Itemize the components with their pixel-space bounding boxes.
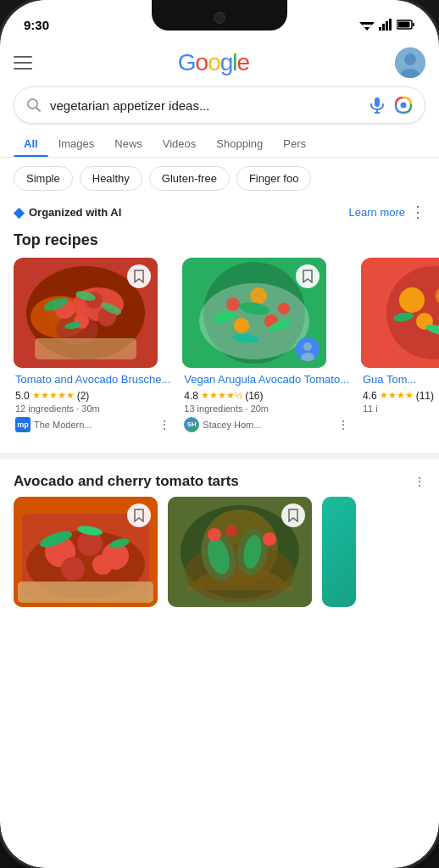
recipe-title-1: Tomato and Avocado Brusche... [15, 373, 170, 387]
phone-frame: 9:30 [0, 0, 439, 868]
tab-images[interactable]: Images [48, 131, 105, 157]
battery-icon [397, 19, 415, 30]
recipe-rating-2: 4.8 ★★★★½ (16) [184, 390, 349, 402]
svg-rect-15 [375, 97, 380, 107]
recipe-card-1[interactable]: Tomato and Avocado Brusche... 5.0 ★★★★★ … [14, 258, 172, 436]
source-name-1: The Modern... [34, 420, 92, 430]
svg-rect-4 [382, 24, 385, 31]
svg-point-40 [234, 318, 249, 333]
google-header: Google [0, 41, 439, 83]
bottom-card-3[interactable] [322, 497, 356, 607]
search-icon [26, 97, 42, 113]
bottom-image-3 [322, 497, 356, 607]
recipe-meta-1: 12 ingredients · 30m [15, 403, 170, 414]
section-divider [0, 453, 439, 459]
recipe-source-2: SH Stacey Hom... ⋮ [184, 417, 349, 432]
hamburger-menu[interactable] [14, 56, 32, 70]
tab-bar: All Images News Videos Shopping Pers [0, 131, 439, 158]
card-more-2[interactable]: ⋮ [337, 418, 349, 431]
tab-videos[interactable]: Videos [153, 131, 207, 157]
mic-button[interactable] [369, 97, 386, 114]
chip-gluten-free[interactable]: Gluten-free [149, 166, 230, 191]
recipe-title-3: Gua Tom... [363, 373, 439, 387]
recipe-meta-3: 11 i [363, 403, 439, 414]
svg-point-39 [278, 303, 290, 314]
google-logo: Google [178, 49, 249, 76]
signal-icon [379, 19, 392, 31]
bottom-section-header: Avocado and cherry tomato tarts ⋮ [0, 466, 439, 497]
recipe-image-2 [182, 258, 326, 368]
svg-rect-8 [413, 23, 414, 26]
svg-point-19 [401, 103, 407, 108]
ai-organized-banner: ◆ Organized with AI Learn more ⋮ [0, 199, 439, 228]
svg-rect-6 [389, 19, 392, 31]
recipe-info-1: Tomato and Avocado Brusche... 5.0 ★★★★★ … [14, 368, 172, 436]
search-query: vegetarian appetizer ideas... [50, 98, 360, 113]
bottom-card-1[interactable] [14, 497, 158, 607]
recipe-card-3[interactable]: Gua Tom... 4.6 ★★★★ (11) 11 i [361, 258, 439, 436]
source-icon-2: SH [184, 417, 199, 432]
ai-diamond-icon: ◆ [14, 204, 24, 220]
bottom-image-1 [14, 497, 158, 607]
svg-rect-67 [18, 581, 153, 603]
recipe-image-3 [361, 258, 439, 368]
bookmark-btn-bottom-2[interactable] [281, 504, 305, 527]
filter-chips: Simple Healthy Gluten-free Finger foo [0, 158, 439, 199]
bottom-image-2 [168, 497, 312, 607]
chip-healthy[interactable]: Healthy [80, 166, 142, 191]
recipes-scroll[interactable]: Tomato and Avocado Brusche... 5.0 ★★★★★ … [0, 258, 439, 446]
recipe-source-1: mp The Modern... ⋮ [15, 417, 170, 432]
svg-line-14 [36, 108, 41, 112]
svg-point-76 [208, 528, 221, 542]
recipe-rating-1: 5.0 ★★★★★ (2) [15, 390, 170, 402]
ai-label: ◆ Organized with AI [14, 204, 121, 220]
svg-rect-9 [398, 22, 410, 28]
more-options-icon[interactable]: ⋮ [410, 203, 425, 221]
svg-rect-33 [35, 338, 136, 359]
chip-simple[interactable]: Simple [14, 166, 73, 191]
wifi-icon [359, 19, 375, 31]
status-icons [359, 19, 415, 31]
tab-pers[interactable]: Pers [273, 131, 316, 157]
svg-point-51 [399, 287, 425, 313]
card-more-1[interactable]: ⋮ [158, 418, 170, 431]
svg-marker-2 [364, 27, 370, 31]
recipe-info-3: Gua Tom... 4.6 ★★★★ (11) 11 i [361, 368, 439, 420]
stars-1: ★★★★★ [32, 390, 75, 401]
svg-point-62 [61, 557, 85, 581]
bottom-section-title: Avocado and cherry tomato tarts [14, 473, 239, 490]
tab-shopping[interactable]: Shopping [206, 131, 273, 157]
source-icon-1: mp [15, 417, 31, 432]
recipe-rating-3: 4.6 ★★★★ (11) [363, 390, 439, 402]
svg-point-78 [263, 532, 276, 546]
main-scroll[interactable]: Simple Healthy Gluten-free Finger foo ◆ … [0, 158, 439, 856]
bookmark-btn-bottom-1[interactable] [127, 504, 151, 527]
svg-rect-3 [379, 27, 381, 31]
tab-all[interactable]: All [14, 131, 48, 157]
svg-point-77 [225, 525, 237, 537]
user-avatar[interactable] [395, 47, 425, 78]
section-more-options[interactable]: ⋮ [414, 475, 425, 488]
recipe-card-2[interactable]: Vegan Arugula Avocado Tomato... 4.8 ★★★★… [182, 258, 351, 436]
bottom-recipes-scroll[interactable] [0, 497, 439, 620]
tab-news[interactable]: News [104, 131, 153, 157]
google-g: G [178, 49, 196, 75]
svg-point-11 [404, 53, 416, 65]
svg-point-38 [250, 287, 267, 304]
ai-right: Learn more ⋮ [349, 203, 425, 221]
phone-screen: 9:30 [0, 0, 439, 868]
svg-rect-5 [386, 21, 388, 31]
google-e: e [237, 49, 250, 75]
bottom-card-2[interactable] [168, 497, 312, 607]
stars-3: ★★★★ [380, 390, 414, 401]
stars-2: ★★★★½ [201, 390, 242, 401]
source-name-2: Stacey Hom... [203, 420, 261, 430]
chip-finger-food[interactable]: Finger foo [236, 166, 312, 191]
recipe-image-1 [14, 258, 158, 368]
lens-button[interactable] [394, 96, 413, 114]
google-g2: g [220, 49, 233, 75]
search-bar[interactable]: vegetarian appetizer ideas... [14, 86, 425, 124]
google-o1: o [196, 49, 208, 75]
top-recipes-title: Top recipes [0, 228, 439, 258]
bookmark-btn-1[interactable] [127, 264, 151, 288]
